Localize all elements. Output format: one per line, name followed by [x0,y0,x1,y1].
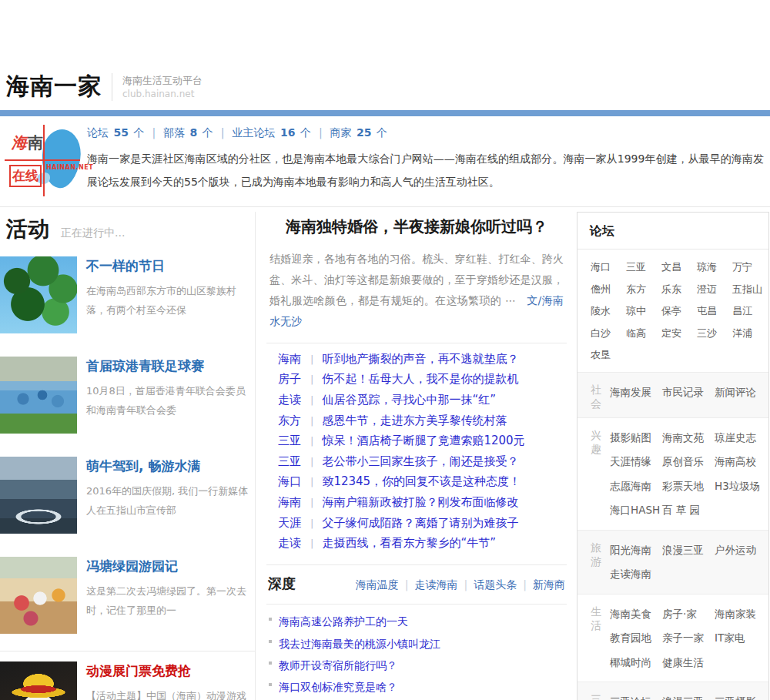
forum-city-link[interactable]: 洋浦 [732,323,768,345]
depth-title-link[interactable]: 海南高速公路养护工的一天 [279,615,408,629]
site-logo[interactable]: 海南一家 [6,71,102,102]
forum-link[interactable]: 海南发展 [610,380,662,410]
forum-city-link[interactable]: 琼海 [697,256,732,279]
activity-description: 10月8日，首届香港青年联合会委员和海南青年联合会委 [86,381,254,420]
depth-title-link[interactable]: 教师开设寄宿所能行吗？ [279,659,397,673]
forum-link[interactable]: 浪漫三亚 [662,690,715,700]
stat-owner-forums[interactable]: 业主论坛 16 个 [232,126,310,139]
forum-link[interactable]: 椰城时尚 [610,651,662,675]
news-category-link[interactable]: 房子 [278,372,310,387]
activity-title-link[interactable]: 动漫展门票免费抢 [86,663,254,679]
forum-city-link[interactable]: 五指山 [732,279,768,301]
forum-link[interactable]: 志愿海南 [610,474,662,499]
forum-city-link[interactable]: 白沙 [591,323,626,345]
news-category-link[interactable]: 天涯 [278,516,310,531]
news-category-link[interactable]: 海南 [278,495,310,510]
news-category-link[interactable]: 东方 [278,414,310,428]
news-title-link[interactable]: 听到地产撕裂的声音，再不逃就垫底？ [322,352,518,367]
forum-link[interactable]: 海南家装 [715,602,767,627]
forum-link[interactable]: H3垃圾场 [715,474,767,499]
forum-link[interactable]: 房子·家 [662,602,715,627]
news-category-link[interactable]: 海口 [278,474,310,489]
news-title-link[interactable]: 伤不起！岳母大人，我不是你的提款机 [322,372,518,387]
depth-title-link[interactable]: 我去过海南最美的桃源小镇叫龙江 [279,638,440,651]
forum-link[interactable]: 海口HASH [610,498,662,523]
forum-link[interactable]: 天涯情缘 [610,450,662,474]
tab-huati-toutiao[interactable]: 话题头条 [474,578,517,591]
depth-title-link[interactable]: 海口双创标准究竟是啥？ [279,681,397,695]
forum-link[interactable]: 市民记录 [662,380,715,410]
tab-hainan-wendu[interactable]: 海南温度 [356,578,399,591]
stat-merchants[interactable]: 商家 25 个 [330,126,387,139]
tab-xin-haishang[interactable]: 新海商 [533,578,565,591]
feature-article-summary: 结婚迎亲，各地有各地的习俗。梳头、穿红鞋、打红伞、跨火盆、米斗、油灯等这都是新娘… [270,249,564,332]
forum-link[interactable]: 三亚摄影 [715,690,767,700]
news-title-link[interactable]: 走摄西线，看看东方黎乡的“牛节” [322,536,496,551]
activity-title-link[interactable]: 首届琼港青联足球赛 [86,358,254,374]
forum-link[interactable]: 阳光海南 [610,538,662,563]
forum-link[interactable]: 走读海南 [610,562,662,587]
news-category-link[interactable]: 三亚 [278,454,310,469]
forum-link[interactable]: 摄影贴图 [610,426,662,450]
forum-city-link[interactable]: 保亭 [661,300,697,323]
forum-link[interactable]: 琼崖史志 [715,426,767,450]
forum-link[interactable]: 彩票天地 [662,474,715,499]
news-title-link[interactable]: 海南户籍新政被打脸？刚发布面临修改 [322,495,518,510]
forum-city-link[interactable]: 农垦 [591,344,626,367]
news-title-link[interactable]: 仙居谷觅踪，寻找心中那一抹“红” [322,393,496,407]
feature-article-title[interactable]: 海南独特婚俗，半夜接新娘你听过吗？ [266,216,567,237]
news-title-link[interactable]: 感恩牛节，走进东方美孚黎传统村落 [322,414,507,428]
forum-city-link[interactable]: 万宁 [732,256,768,279]
news-title-link[interactable]: 惊呆！酒店椅子断腿了竟遭索赔1200元 [322,434,524,448]
activity-info: 动漫展门票免费抢 【活动主题】中国（海南）动漫游戏博览 [86,661,254,700]
forum-link[interactable]: 新闻评论 [715,380,767,410]
forum-link[interactable]: 百 草 园 [662,498,715,523]
forum-section-sanya: 三亚 三亚论坛浪漫三亚三亚摄影三亚美食旅游地产 [578,682,768,700]
forum-city-link[interactable]: 儋州 [591,279,626,301]
stat-tribes[interactable]: 部落 8 个 [163,126,213,139]
forum-link[interactable]: 健康生活 [662,651,715,675]
activity-title-link[interactable]: 冯塘绿园游园记 [86,558,254,574]
forum-link[interactable]: 海南美食 [610,602,662,627]
news-category-link[interactable]: 走读 [278,393,310,407]
forum-city-link[interactable]: 东方 [626,279,661,301]
forum-city-link[interactable]: 三沙 [697,323,732,345]
forum-city-link[interactable]: 海口 [591,256,626,279]
forum-link[interactable]: 三亚论坛 [610,690,662,700]
hainan-online-logo[interactable]: 海 南 在线 HAINAN.NET [5,125,80,196]
forum-city-link[interactable]: 三亚 [626,256,661,279]
forum-city-link[interactable]: 琼中 [626,300,661,323]
activity-thumbnail[interactable] [0,357,77,434]
activity-thumbnail[interactable] [0,661,77,700]
activity-thumbnail[interactable] [0,256,77,333]
forum-link[interactable]: 亲子一家 [662,626,715,651]
news-title-link[interactable]: 老公带小三回家生孩子，闹还是接受？ [322,454,518,469]
forum-city-link[interactable]: 昌江 [732,300,768,323]
forum-city-link[interactable]: 定安 [661,323,697,345]
forum-city-link[interactable]: 文昌 [661,256,697,279]
news-item: 三亚惊呆！酒店椅子断腿了竟遭索赔1200元 [266,430,567,451]
activity-thumbnail[interactable] [0,457,77,534]
forum-link[interactable]: 海南文苑 [662,426,715,450]
forum-link[interactable]: 原创音乐 [662,450,715,474]
news-title-link[interactable]: 致12345，你的回复不该是这种态度！ [322,474,521,489]
forum-link[interactable]: IT家电 [715,626,767,651]
news-title-link[interactable]: 父子缘何成陌路？离婚了请别为难孩子 [322,516,518,531]
activity-title-link[interactable]: 萌牛驾到, 畅游水满 [86,458,254,474]
activity-thumbnail[interactable] [0,557,77,634]
tab-zoudu-hainan[interactable]: 走读海南 [415,578,458,591]
activity-title-link[interactable]: 不一样的节日 [86,258,254,274]
forum-link[interactable]: 户外运动 [715,538,767,563]
stat-forums[interactable]: 论坛 55 个 [87,126,144,139]
news-category-link[interactable]: 三亚 [278,434,310,448]
forum-link[interactable]: 浪漫三亚 [662,538,715,563]
forum-link[interactable]: 教育园地 [610,626,662,651]
forum-city-link[interactable]: 澄迈 [697,279,732,301]
news-category-link[interactable]: 走读 [278,536,310,551]
news-category-link[interactable]: 海南 [278,352,310,367]
forum-city-link[interactable]: 临高 [626,323,661,345]
forum-city-link[interactable]: 乐东 [661,279,697,301]
forum-city-link[interactable]: 屯昌 [697,300,732,323]
forum-city-link[interactable]: 陵水 [591,300,626,323]
forum-link[interactable]: 海南高校 [715,450,767,474]
